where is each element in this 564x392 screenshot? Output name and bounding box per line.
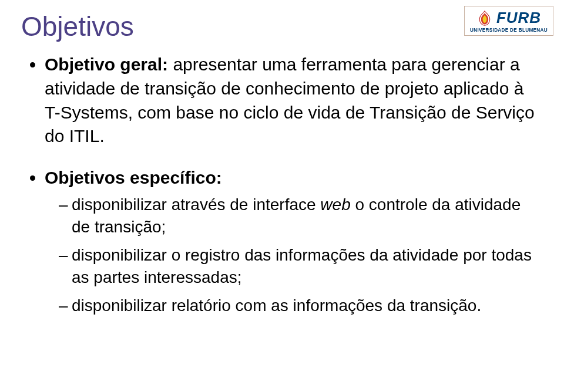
bullet-item: Objetivo geral: apresentar uma ferrament…: [45, 53, 543, 148]
sub-bullet-text: disponibilizar o registro das informaçõe…: [72, 246, 532, 286]
logo-word: FURB: [496, 9, 541, 27]
flame-icon: [476, 10, 493, 26]
sub-bullet-text: disponibilizar através de interface: [72, 195, 320, 214]
sub-bullet-item: disponibilizar o registro das informaçõe…: [59, 244, 543, 289]
bullet-label: Objetivos específico:: [45, 168, 222, 187]
bullet-list: Objetivo geral: apresentar uma ferrament…: [21, 53, 543, 317]
logo: FURB UNIVERSIDADE DE BLUMENAU: [464, 6, 553, 36]
logo-container: FURB UNIVERSIDADE DE BLUMENAU: [464, 6, 553, 36]
slide: FURB UNIVERSIDADE DE BLUMENAU Objetivos …: [0, 0, 564, 392]
bullet-item: Objetivos específico: disponibilizar atr…: [45, 166, 543, 317]
bullet-label: Objetivo geral:: [45, 55, 168, 74]
sub-bullet-list: disponibilizar através de interface web …: [45, 194, 543, 317]
sub-bullet-item: disponibilizar relatório com as informaç…: [59, 295, 543, 317]
sub-bullet-italic: web: [320, 195, 350, 214]
sub-bullet-item: disponibilizar através de interface web …: [59, 194, 543, 238]
sub-bullet-text: disponibilizar relatório com as informaç…: [72, 296, 481, 315]
logo-subtitle: UNIVERSIDADE DE BLUMENAU: [468, 28, 549, 33]
